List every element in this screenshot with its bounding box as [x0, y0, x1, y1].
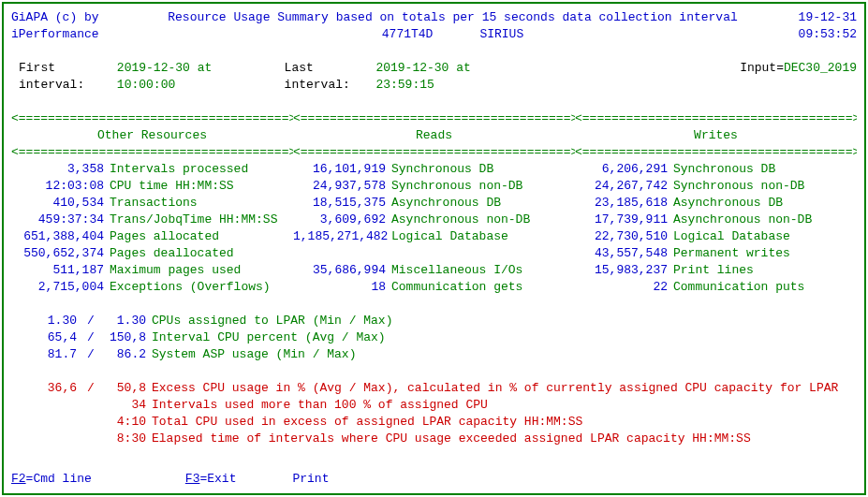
data-cell: 410,534Transactions — [11, 195, 293, 212]
metric-value: 410,534 — [11, 195, 110, 212]
print-action[interactable]: Print — [292, 471, 329, 488]
metric-value — [293, 245, 391, 262]
intervals-over-row: 34 Intervals used more than 100 % of ass… — [11, 397, 857, 414]
reads-header: Reads — [293, 127, 575, 144]
input-value: DEC30_2019 — [784, 60, 857, 94]
stat-row: 1.30/1.30CPUs assigned to LPAR (Min / Ma… — [11, 313, 857, 329]
data-cell: 1,185,271,482Logical Database — [293, 228, 575, 245]
metric-label: Miscellaneous I/Os — [391, 262, 522, 279]
input-label: Input= — [740, 60, 784, 94]
metric-label: Maximum pages used — [110, 262, 241, 279]
company-name: iPerformance — [11, 26, 124, 43]
data-table: 3,358Intervals processed16,101,919Synchr… — [11, 161, 857, 296]
metric-label: Permanent writes — [673, 245, 790, 262]
stat-label: Interval CPU percent (Avg / Max) — [146, 329, 386, 346]
metric-value: 16,101,919 — [293, 161, 391, 178]
stat-value-max: 86.2 — [105, 346, 146, 363]
data-cell: 22Communication puts — [575, 279, 857, 296]
metric-value: 12:03:08 — [11, 178, 110, 195]
metric-label: Communication gets — [391, 279, 522, 296]
metric-value: 511,187 — [11, 262, 110, 279]
data-cell: 16,101,919Synchronous DB — [293, 161, 575, 178]
excess-cpu-row: 36,6 / 50,8 Excess CPU usage in % (Avg /… — [11, 380, 857, 397]
interval-info: First interval: 2019-12-30 at 10:00:00 L… — [11, 60, 857, 94]
metric-value: 3,609,692 — [293, 212, 391, 228]
metric-value: 23,185,618 — [575, 195, 673, 212]
writes-header: Writes — [575, 127, 857, 144]
stat-slash: / — [77, 313, 105, 329]
metric-label: Logical Database — [391, 228, 508, 245]
metric-label: Synchronous non-DB — [673, 178, 804, 195]
stat-value-min: 1.30 — [11, 313, 77, 329]
data-cell: 459:37:34Trans/JobqTime HH:MM:SS — [11, 212, 293, 228]
stat-value-max: 150,8 — [105, 329, 146, 346]
metric-value: 550,652,374 — [11, 245, 110, 262]
data-cell: 35,686,994Miscellaneous I/Os — [293, 262, 575, 279]
data-row: 459:37:34Trans/JobqTime HH:MM:SS3,609,69… — [11, 212, 857, 228]
report-date: 19-12-31 — [782, 9, 857, 26]
f3-key[interactable]: F3=Exit — [185, 471, 237, 488]
data-cell: 17,739,911Asynchronous non-DB — [575, 212, 857, 228]
last-interval-label: Last interval: — [285, 60, 376, 94]
last-interval-value: 2019-12-30 at 23:59:15 — [375, 60, 520, 94]
metric-label: Trans/JobqTime HH:MM:SS — [110, 212, 277, 228]
data-cell: 24,937,578Synchronous non-DB — [293, 178, 575, 195]
first-interval-value: 2019-12-30 at 10:00:00 — [117, 60, 261, 94]
data-cell: 3,609,692Asynchronous non-DB — [293, 212, 575, 228]
data-cell: 3,358Intervals processed — [11, 161, 293, 178]
serial-number: 4771T4D — [382, 26, 434, 43]
metric-value: 2,715,004 — [11, 279, 110, 296]
first-interval-label: First interval: — [19, 60, 117, 94]
footer-bar: F2=Cmd line F3=Exit Print — [11, 471, 329, 488]
data-cell: 12:03:08CPU time HH:MM:SS — [11, 178, 293, 195]
metric-value: 24,267,742 — [575, 178, 673, 195]
stat-label: CPUs assigned to LPAR (Min / Max) — [146, 313, 392, 329]
metric-value: 43,557,548 — [575, 245, 673, 262]
metric-label: Asynchronous non-DB — [391, 212, 530, 228]
data-cell: 651,388,404Pages allocated — [11, 228, 293, 245]
f2-key[interactable]: F2=Cmd line — [11, 471, 92, 488]
data-row: 3,358Intervals processed16,101,919Synchr… — [11, 161, 857, 178]
metric-label: Asynchronous DB — [673, 195, 783, 212]
metric-value: 35,686,994 — [293, 262, 391, 279]
metric-value: 15,983,237 — [575, 262, 673, 279]
metric-value: 18 — [293, 279, 391, 296]
metric-label: Pages allocated — [110, 228, 219, 245]
metric-label: Transactions — [110, 195, 198, 212]
stat-row: 65,4/150,8Interval CPU percent (Avg / Ma… — [11, 329, 857, 346]
report-time: 09:53:52 — [782, 26, 857, 43]
elapsed-time-row: 8:30 Elapsed time of intervals where CPU… — [11, 431, 857, 447]
data-cell: 15,983,237Print lines — [575, 262, 857, 279]
stat-label: System ASP usage (Min / Max) — [146, 346, 356, 363]
system-name: SIRIUS — [479, 26, 523, 43]
data-cell: 43,557,548Permanent writes — [575, 245, 857, 262]
top-divider: <=====================================> … — [11, 110, 857, 127]
data-row: 2,715,004Exceptions (Overflows)18Communi… — [11, 279, 857, 296]
data-cell: 511,187Maximum pages used — [11, 262, 293, 279]
metric-value: 651,388,404 — [11, 228, 110, 245]
data-cell: 2,715,004Exceptions (Overflows) — [11, 279, 293, 296]
metric-label: Exceptions (Overflows) — [110, 279, 271, 296]
data-cell: 23,185,618Asynchronous DB — [575, 195, 857, 212]
header-line-1: GiAPA (c) by Resource Usage Summary base… — [11, 9, 857, 26]
section-headers: Other Resources Reads Writes — [11, 127, 857, 144]
stat-slash: / — [77, 329, 105, 346]
metric-label: Synchronous non-DB — [391, 178, 522, 195]
metric-label: Synchronous DB — [391, 161, 493, 178]
metric-value: 18,515,375 — [293, 195, 391, 212]
data-row: 410,534Transactions18,515,375Asynchronou… — [11, 195, 857, 212]
metric-label: Print lines — [673, 262, 754, 279]
metric-label: Pages deallocated — [110, 245, 234, 262]
terminal-screen: GiAPA (c) by Resource Usage Summary base… — [2, 2, 866, 495]
metric-label: Synchronous DB — [673, 161, 775, 178]
metric-label: Asynchronous non-DB — [673, 212, 812, 228]
data-cell: 22,730,510Logical Database — [575, 228, 857, 245]
metric-value: 6,206,291 — [575, 161, 673, 178]
metric-value: 22 — [575, 279, 673, 296]
metric-label: CPU time HH:MM:SS — [110, 178, 234, 195]
stat-slash: / — [77, 346, 105, 363]
stats-section: 1.30/1.30CPUs assigned to LPAR (Min / Ma… — [11, 313, 857, 363]
metric-label: Asynchronous DB — [391, 195, 501, 212]
data-cell: 18Communication gets — [293, 279, 575, 296]
metric-label: Communication puts — [673, 279, 804, 296]
